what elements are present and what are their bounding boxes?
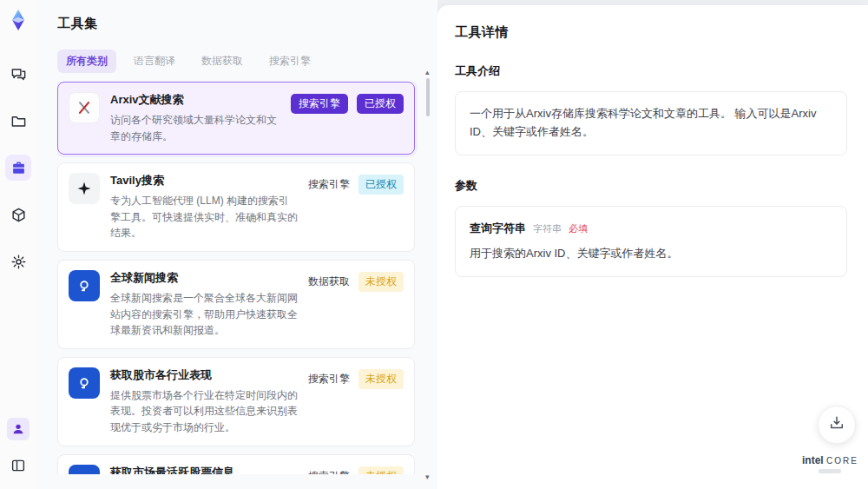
tool-category-label: 搜索引擎 xyxy=(308,466,350,474)
intel-core-logo: intel CORE xyxy=(802,455,858,473)
tool-auth-badge: 未授权 xyxy=(358,466,404,474)
intro-text: 一个用于从Arxiv存储库搜索科学论文和文章的工具。 输入可以是Arxiv ID… xyxy=(470,107,816,138)
collapse-panel-button[interactable] xyxy=(5,453,31,479)
param-type: 字符串 xyxy=(533,221,562,237)
tool-card-arxiv[interactable]: Arxiv文献搜索 访问各个研究领域大量科学论文和文章的存储库。 搜索引擎 已授… xyxy=(57,82,415,155)
params-section-title: 参数 xyxy=(455,178,847,194)
tool-card-tavily[interactable]: Tavily搜索 专为人工智能代理 (LLM) 构建的搜索引擎工具。可快速提供实… xyxy=(57,162,415,252)
tool-auth-badge: 未授权 xyxy=(358,272,404,292)
tool-category-badge: 搜索引擎 xyxy=(291,94,348,114)
intel-wordmark: intel xyxy=(802,454,824,466)
download-icon xyxy=(828,414,845,435)
blue-search-logo-icon xyxy=(69,465,100,474)
tool-list: Arxiv文献搜索 访问各个研究领域大量科学论文和文章的存储库。 搜索引擎 已授… xyxy=(57,82,437,474)
tools-panel: 工具集 所有类别 语言翻译 数据获取 搜索引擎 Arxiv文献搜索 访问各个研究… xyxy=(36,0,437,489)
tool-name: 全球新闻搜索 xyxy=(110,270,298,286)
chat-icon xyxy=(10,66,27,83)
app-logo-icon xyxy=(7,9,30,31)
tool-name: Arxiv文献搜索 xyxy=(110,92,280,108)
core-wordmark: CORE xyxy=(826,456,858,466)
tool-auth-badge: 未授权 xyxy=(358,369,404,389)
panel-layout-icon xyxy=(10,458,26,473)
tool-description: 全球新闻搜索是一个聚合全球各大新闻网站内容的搜索引擎，帮助用户快速获取全球最新资… xyxy=(110,290,298,339)
left-icon-rail xyxy=(0,0,36,489)
param-name: 查询字符串 xyxy=(470,220,526,238)
param-required-flag: 必填 xyxy=(569,221,588,237)
tool-category-label: 搜索引擎 xyxy=(308,369,350,389)
tool-category-label: 数据获取 xyxy=(308,272,350,292)
tab-all-categories[interactable]: 所有类别 xyxy=(57,50,116,73)
tool-description: 专为人工智能代理 (LLM) 构建的搜索引擎工具。可快速提供实时、准确和真实的结… xyxy=(110,193,298,241)
list-scrollbar[interactable]: ▴ ▾ xyxy=(425,75,431,476)
arxiv-logo-icon xyxy=(69,92,100,123)
intro-section-title: 工具介绍 xyxy=(455,63,847,79)
tool-card-most-active-stocks[interactable]: 获取市场最活跃股票信息 提供当天交易量最高的股票列表，投资者可以利用这些信息来识… xyxy=(57,454,415,474)
tool-auth-badge: 已授权 xyxy=(357,94,404,114)
page-title: 工具集 xyxy=(57,16,437,32)
gear-icon xyxy=(10,254,27,270)
tab-search-engine[interactable]: 搜索引擎 xyxy=(260,50,319,73)
cube-icon xyxy=(10,207,27,223)
tool-description: 提供股票市场各个行业在特定时间段内的表现。投资者可以利用这些信息来识别表现优于或… xyxy=(110,387,298,436)
details-title: 工具详情 xyxy=(455,24,847,41)
tab-language-translation[interactable]: 语言翻译 xyxy=(125,50,184,73)
tool-card-sector-performance[interactable]: 获取股市各行业表现 提供股票市场各个行业在特定时间段内的表现。投资者可以利用这些… xyxy=(57,357,415,446)
tool-description: 访问各个研究领域大量科学论文和文章的存储库。 xyxy=(110,112,280,144)
sidebar-item-files[interactable] xyxy=(5,108,31,134)
sidebar-item-packages[interactable] xyxy=(5,202,31,228)
intro-box: 一个用于从Arxiv存储库搜索科学论文和文章的工具。 输入可以是Arxiv ID… xyxy=(455,91,847,155)
sidebar-item-chat[interactable] xyxy=(5,61,31,87)
tavily-star-icon xyxy=(69,173,100,204)
folder-icon xyxy=(10,113,27,129)
blue-search-logo-icon xyxy=(69,367,100,399)
tool-name: 获取股市各行业表现 xyxy=(110,367,298,383)
tool-name: Tavily搜索 xyxy=(110,173,298,188)
toolbox-icon xyxy=(10,160,27,176)
scroll-down-arrow[interactable]: ▾ xyxy=(425,472,430,481)
sidebar-item-tools[interactable] xyxy=(5,155,31,181)
user-avatar[interactable] xyxy=(7,418,30,440)
download-button[interactable] xyxy=(818,406,856,444)
blue-search-logo-icon xyxy=(69,270,100,301)
tool-details-panel: 工具详情 工具介绍 一个用于从Arxiv存储库搜索科学论文和文章的工具。 输入可… xyxy=(437,5,868,489)
scrollbar-thumb[interactable] xyxy=(426,78,430,116)
tool-auth-badge: 已授权 xyxy=(358,175,404,195)
param-description: 用于搜索的Arxiv ID、关键字或作者姓名。 xyxy=(470,245,832,263)
param-box: 查询字符串 字符串 必填 用于搜索的Arxiv ID、关键字或作者姓名。 xyxy=(455,206,847,278)
tool-category-label: 搜索引擎 xyxy=(308,175,350,195)
tool-name: 获取市场最活跃股票信息 xyxy=(110,465,298,474)
sidebar-item-settings[interactable] xyxy=(5,248,31,274)
tool-card-global-news[interactable]: 全球新闻搜索 全球新闻搜索是一个聚合全球各大新闻网站内容的搜索引擎，帮助用户快速… xyxy=(57,260,415,349)
category-tabs: 所有类别 语言翻译 数据获取 搜索引擎 xyxy=(57,50,437,73)
intel-sub-badge xyxy=(819,469,841,473)
app-window: 工具集 所有类别 语言翻译 数据获取 搜索引擎 Arxiv文献搜索 访问各个研究… xyxy=(0,0,868,489)
tab-data-fetching[interactable]: 数据获取 xyxy=(193,50,252,73)
scroll-up-arrow[interactable]: ▴ xyxy=(425,68,430,76)
